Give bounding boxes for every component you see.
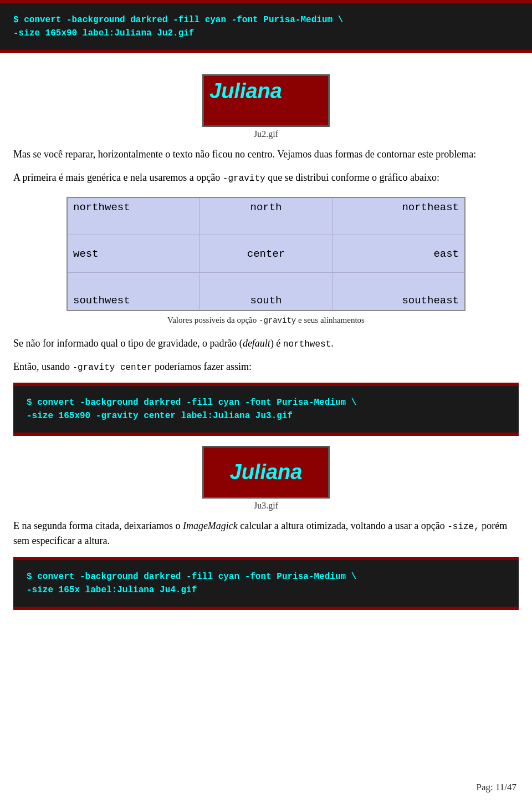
para4-before: Então, usando — [13, 361, 72, 372]
para4-after: poderíamos fazer assim: — [152, 361, 252, 372]
gravity-grid-wrapper: northwest north northeast west center — [13, 197, 519, 325]
para5-before: E na segunda forma citada, deixaríamos o — [13, 520, 183, 531]
gravity-cell-east: east — [332, 235, 465, 273]
gravity-label-south: south — [250, 294, 282, 307]
paragraph-1: Mas se você reparar, horizontalmente o t… — [13, 147, 519, 162]
terminal-block-3: $ convert -background darkred -fill cyan… — [13, 560, 519, 607]
juliana-image-1: Juliana — [202, 74, 330, 127]
para2-before: A primeira é mais genérica e nela usarem… — [13, 172, 223, 183]
para5-em: ImageMagick — [183, 520, 238, 531]
gravity-label-east: east — [433, 248, 459, 260]
terminal2-line-2: -size 165x90 -gravity center label:Julia… — [27, 411, 293, 421]
paragraph-5: E na segunda forma citada, deixaríamos o… — [13, 519, 519, 550]
gravity-label-north: north — [250, 201, 282, 214]
para4-code: -gravity center — [72, 363, 152, 373]
gravity-grid-caption: Valores possíveis da opção -gravity e se… — [167, 316, 365, 325]
para3-em: default — [243, 338, 270, 349]
page-number: Pag: 11/47 — [476, 782, 516, 793]
para3-code: northwest — [283, 339, 331, 349]
main-content: Juliana Ju2.gif Mas se você reparar, hor… — [0, 53, 532, 643]
gravity-cell-west: west — [67, 235, 200, 273]
gravity-label-northeast: northeast — [402, 201, 459, 214]
bottom-divider-bar-3 — [13, 607, 519, 610]
para3-before: Se não for informado qual o tipo de grav… — [13, 338, 243, 349]
terminal-block-1: $ convert -background darkred -fill cyan… — [0, 3, 532, 50]
gravity-label-center: center — [247, 248, 285, 260]
image-label-2: Ju3.gif — [254, 501, 278, 511]
gravity-grid-row-2: west center east — [67, 235, 465, 273]
gravity-cell-southwest: southwest — [67, 273, 200, 311]
gravity-cell-north: north — [200, 197, 332, 235]
para2-after: que se distribui conforme o gráfico abai… — [265, 172, 439, 183]
gravity-cell-northwest: northwest — [67, 197, 200, 235]
para5-code: -size, — [447, 522, 479, 532]
grid-caption-code: -gravity — [259, 316, 296, 325]
terminal3-line-2: -size 165x label:Juliana Ju4.gif — [27, 585, 197, 595]
terminal-block-2: $ convert -background darkred -fill cyan… — [13, 386, 519, 433]
gravity-cell-south: south — [200, 273, 332, 311]
juliana-text-2: Juliana — [230, 461, 303, 482]
juliana-text-1: Juliana — [209, 80, 282, 101]
paragraph-3: Se não for informado qual o tipo de grav… — [13, 336, 519, 352]
para3-after: . — [331, 338, 334, 349]
grid-caption-before: Valores possíveis da opção — [167, 316, 259, 324]
paragraph-4: Então, usando -gravity center poderíamos… — [13, 359, 519, 375]
grid-caption-after: e seus alinhamentos — [296, 316, 365, 324]
image-ju3-container: Juliana Ju3.gif — [13, 446, 519, 511]
para2-code: -gravity — [223, 174, 265, 184]
gravity-grid-row-3: southwest south southeast — [67, 273, 465, 311]
gravity-label-northwest: northwest — [73, 201, 130, 214]
juliana-image-2: Juliana — [202, 446, 330, 499]
gravity-label-southeast: southeast — [402, 294, 459, 307]
terminal-line-2: -size 165x90 label:Juliana Ju2.gif — [13, 28, 194, 38]
gravity-cell-northeast: northeast — [332, 197, 465, 235]
gravity-label-southwest: southwest — [73, 294, 130, 307]
terminal2-line-1: $ convert -background darkred -fill cyan… — [27, 398, 356, 408]
terminal-line-1: $ convert -background darkred -fill cyan… — [13, 15, 343, 25]
bottom-divider-bar-2 — [13, 433, 519, 436]
gravity-cell-southeast: southeast — [332, 273, 465, 311]
gravity-label-west: west — [73, 248, 99, 260]
terminal3-line-1: $ convert -background darkred -fill cyan… — [27, 572, 356, 582]
gravity-cell-center: center — [200, 235, 332, 273]
gravity-grid-row-1: northwest north northeast — [67, 197, 465, 235]
para5-middle: calcular a altura otimizada, voltando a … — [238, 520, 447, 531]
image-label-1: Ju2.gif — [254, 129, 278, 139]
image-ju2-container: Juliana Ju2.gif — [13, 74, 519, 139]
para1-text: Mas se você reparar, horizontalmente o t… — [13, 149, 476, 160]
para3-middle: ) é — [270, 338, 283, 349]
gravity-grid-table: northwest north northeast west center — [66, 197, 466, 311]
paragraph-2: A primeira é mais genérica e nela usarem… — [13, 170, 519, 186]
